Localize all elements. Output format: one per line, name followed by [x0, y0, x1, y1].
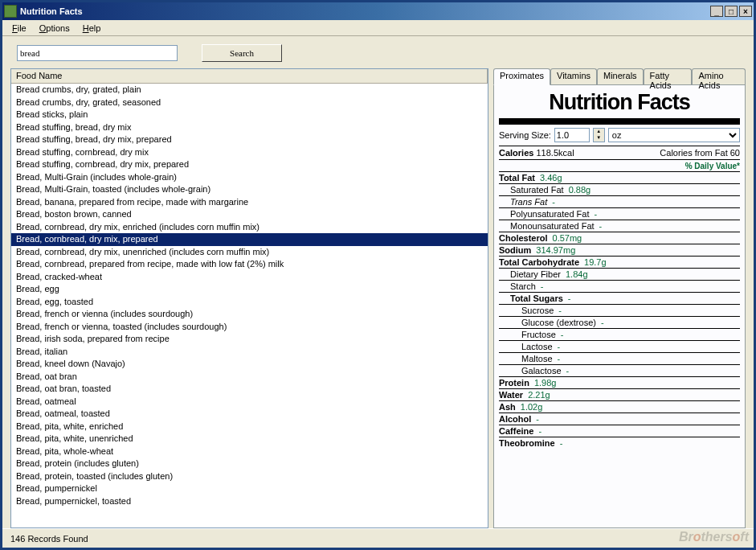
list-item[interactable]: Bread, cornbread, dry mix, prepared [11, 233, 488, 246]
list-body[interactable]: Bread crumbs, dry, grated, plainBread cr… [11, 84, 488, 527]
close-button[interactable]: × [739, 6, 752, 17]
window-title: Nutrition Facts [20, 6, 710, 16]
daily-value-header: % Daily Value* [499, 161, 740, 171]
list-item[interactable]: Bread, french or vienna, toasted (includ… [11, 321, 488, 334]
nutrition-row: Fructose- [499, 328, 740, 340]
nutrition-row: Sodium314.97mg [499, 244, 740, 256]
list-item[interactable]: Bread, Multi-Grain (includes whole-grain… [11, 171, 488, 184]
nutrition-row: Galactose- [499, 364, 740, 376]
list-header[interactable]: Food Name [11, 69, 488, 84]
serving-spinner[interactable]: ▲▼ [593, 128, 605, 142]
list-item[interactable]: Bread stuffing, bread, dry mix, prepared [11, 133, 488, 146]
tab-minerals[interactable]: Minerals [597, 68, 644, 84]
menu-help[interactable]: Help [76, 22, 108, 35]
list-item[interactable]: Bread, pita, white, enriched [11, 421, 488, 433]
nutrition-row: Total Carbohydrate19.7g [499, 256, 740, 268]
nutrition-row: Polyunsaturated Fat- [499, 207, 740, 220]
list-item[interactable]: Bread, banana, prepared from recipe, mad… [11, 196, 488, 209]
status-text: 146 Records Found [10, 534, 88, 544]
watermark: Brothersoft [679, 530, 749, 544]
list-item[interactable]: Bread, cornbread, prepared from recipe, … [11, 258, 488, 271]
nutrition-row: Monounsaturated Fat- [499, 220, 740, 232]
minimize-button[interactable]: _ [710, 6, 723, 17]
list-item[interactable]: Bread, oatmeal, toasted [11, 408, 488, 421]
nutrition-row: Water2.21g [499, 388, 740, 400]
nutrition-row: Sucrose- [499, 304, 740, 316]
status-bar: 146 Records Found [2, 528, 754, 548]
list-item[interactable]: Bread, oatmeal [11, 396, 488, 408]
title-bar: Nutrition Facts _ □ × [2, 2, 754, 20]
tab-amino-acids[interactable]: Amino Acids [692, 68, 746, 84]
list-item[interactable]: Bread, protein (includes gluten) [11, 458, 488, 470]
nutrition-row: Cholesterol0.57mg [499, 232, 740, 244]
app-icon [4, 5, 17, 18]
list-item[interactable]: Bread crumbs, dry, grated, seasoned [11, 96, 488, 109]
list-item[interactable]: Bread, pita, white, unenriched [11, 433, 488, 445]
nutrition-row: Protein1.98g [499, 376, 740, 388]
tab-proximates[interactable]: Proximates [493, 68, 550, 85]
search-input[interactable] [17, 45, 178, 61]
food-list: Food Name Bread crumbs, dry, grated, pla… [10, 68, 488, 528]
nutrition-row: Maltose- [499, 352, 740, 364]
list-item[interactable]: Bread, cornbread, dry mix, unenriched (i… [11, 246, 488, 259]
nutrition-panel: Nutrition Facts Serving Size: ▲▼ oz Calo… [493, 84, 746, 528]
calories-from-fat: Calories from Fat 60 [660, 148, 740, 158]
list-item[interactable]: Bread, Multi-Grain, toasted (includes wh… [11, 183, 488, 196]
list-item[interactable]: Bread stuffing, bread, dry mix [11, 121, 488, 134]
maximize-button[interactable]: □ [725, 6, 738, 17]
list-item[interactable]: Bread, oat bran [11, 371, 488, 384]
unit-select[interactable]: oz [608, 128, 740, 142]
calories-value: 118.5kcal [536, 148, 574, 158]
list-item[interactable]: Bread, protein, toasted (includes gluten… [11, 470, 488, 483]
list-item[interactable]: Bread, egg [11, 283, 488, 296]
list-item[interactable]: Bread, pumpernickel [11, 482, 488, 495]
nutrition-row: Trans Fat- [499, 195, 740, 207]
divider [499, 118, 740, 125]
list-item[interactable]: Bread, kneel down (Navajo) [11, 358, 488, 371]
column-food-name[interactable]: Food Name [11, 69, 488, 83]
nutrition-row: Ash1.02g [499, 400, 740, 412]
list-item[interactable]: Bread, pita, whole-wheat [11, 445, 488, 458]
nutrition-row: Dietary Fiber1.84g [499, 268, 740, 280]
search-button[interactable]: Search [202, 44, 282, 62]
list-item[interactable]: Bread stuffing, cornbread, dry mix, prep… [11, 158, 488, 171]
calories-label: Calories [499, 148, 533, 158]
list-item[interactable]: Bread, oat bran, toasted [11, 383, 488, 396]
nutrition-row: Theobromine- [499, 437, 740, 449]
list-item[interactable]: Bread stuffing, cornbread, dry mix [11, 146, 488, 159]
list-item[interactable]: Bread, french or vienna (includes sourdo… [11, 308, 488, 321]
list-item[interactable]: Bread, irish soda, prepared from recipe [11, 333, 488, 346]
list-item[interactable]: Bread crumbs, dry, grated, plain [11, 84, 488, 96]
nutrition-row: Alcohol- [499, 412, 740, 425]
nutrition-row: Total Fat3.46g [499, 171, 740, 183]
list-item[interactable]: Bread, italian [11, 346, 488, 359]
serving-size-input[interactable] [554, 128, 590, 142]
nutrition-row: Starch- [499, 280, 740, 292]
menu-bar: File Options Help [2, 20, 754, 36]
tab-vitamins[interactable]: Vitamins [550, 68, 597, 84]
list-item[interactable]: Bread, pumpernickel, toasted [11, 495, 488, 508]
menu-file[interactable]: File [6, 22, 33, 35]
tab-fatty-acids[interactable]: Fatty Acids [644, 68, 693, 84]
list-item[interactable]: Bread, egg, toasted [11, 296, 488, 309]
list-item[interactable]: Bread, boston brown, canned [11, 208, 488, 221]
menu-options[interactable]: Options [33, 22, 76, 35]
list-item[interactable]: Bread, cracked-wheat [11, 271, 488, 284]
nutrition-row: Lactose- [499, 340, 740, 352]
nutrition-row: Saturated Fat0.88g [499, 183, 740, 195]
serving-size-label: Serving Size: [499, 130, 551, 140]
nutrition-row: Glucose (dextrose)- [499, 316, 740, 328]
list-item[interactable]: Bread, cornbread, dry mix, enriched (inc… [11, 221, 488, 234]
nutrition-row: Caffeine- [499, 425, 740, 437]
list-item[interactable]: Bread sticks, plain [11, 109, 488, 121]
nutrition-title: Nutrition Facts [499, 90, 740, 117]
nutrition-row: Total Sugars- [499, 292, 740, 304]
